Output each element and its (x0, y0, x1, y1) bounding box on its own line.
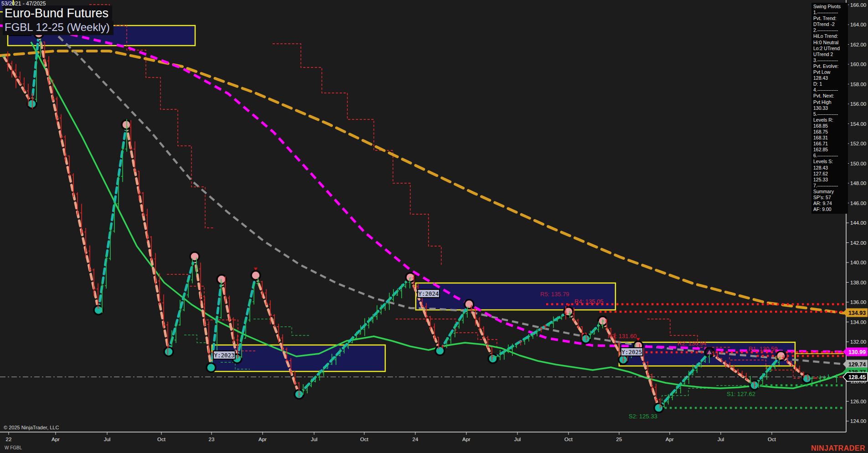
year-range-box (416, 283, 615, 310)
price-tick-label: 134.00 (850, 319, 866, 325)
swing-low-marker (94, 305, 103, 314)
ninjatrader-logo: NINJATRADER (811, 444, 865, 453)
time-tick-label: 22 (6, 437, 12, 442)
swing-high-marker (217, 275, 226, 284)
panel-line: Summary (813, 189, 848, 195)
price-tick-label: 158.00 (850, 82, 866, 87)
time-tick-label: 23 (209, 437, 215, 442)
ninjatrader-chart-window: R5: 135.79R4: 135.05R3: 131.60R2: 130.94… (0, 0, 868, 453)
panel-line: 168.85 (813, 123, 848, 129)
swing-low-marker (164, 347, 173, 356)
price-tick-label: 126.00 (850, 399, 866, 404)
price-tick-label: 138.00 (850, 280, 866, 285)
price-tick-label: 132.00 (850, 339, 866, 345)
ma-gold-dashed (0, 51, 844, 313)
swing-low-marker (207, 363, 216, 372)
time-tick-label: 25 (616, 437, 622, 442)
panel-line: 130.33 (813, 105, 848, 111)
ohlc-bar (499, 350, 501, 360)
ohlc-bar (142, 192, 145, 216)
time-tick-label: Apr (462, 437, 470, 442)
swing-high-marker (251, 271, 260, 280)
swing-low-marker (654, 403, 663, 412)
instrument-title-block: Euro-Bund Futures FGBL 12-25 (Weekly) (3, 5, 114, 35)
ohlc-bar (815, 377, 817, 379)
year-chip-label: Y:2023 (214, 352, 234, 359)
price-tag-128.45: 128.45 (843, 373, 868, 381)
time-tick-label: Oct (157, 437, 166, 442)
panel-line: Pvt. Next: (813, 93, 848, 99)
panel-line: 2.------------- (813, 27, 848, 33)
stop-step-line-red (273, 44, 441, 266)
time-tick-label: Jul (514, 437, 521, 442)
series-symbol-label: W FGBL (5, 445, 22, 450)
panel-line: 6.------------- (813, 153, 848, 159)
swing-high-marker (406, 273, 415, 282)
time-axis-drag-area[interactable] (0, 432, 868, 446)
contract-period-label: FGBL 12-25 (Weekly) (3, 21, 114, 35)
ma-green-solid (31, 42, 844, 388)
year-chip-label: Y:2025 (621, 349, 642, 355)
panel-line: 127.62 (813, 171, 848, 177)
panel-line: Lo:2 UTrend (813, 46, 848, 51)
price-tick-label: 160.00 (850, 62, 866, 67)
panel-line: 4.------------- (813, 87, 848, 93)
price-tick-label: 144.00 (850, 220, 866, 226)
panel-line: DTrend -2 (813, 21, 848, 27)
panel-line: UTrend 2 (813, 51, 848, 57)
stop-step-line-green (253, 319, 310, 335)
ohlc-bar (827, 375, 830, 378)
price-tag-134.93: 134.93 (843, 309, 868, 317)
pivot-level-label-F0: F0 (775, 355, 781, 361)
time-tick-label: Oct (564, 437, 573, 442)
panel-line: SP's: 57 (813, 195, 848, 201)
pivot-level-label-R5: R5: 135.79 (540, 291, 569, 298)
panel-line: 166.71 (813, 141, 848, 147)
swing-low-marker (581, 334, 590, 343)
swing-high-marker (190, 252, 199, 261)
pivot-alert-arrow (254, 268, 258, 270)
panel-line: 168.75 (813, 129, 848, 135)
swing-high-marker (122, 120, 131, 129)
pivot-level-label-S1: S1: 127.62 (727, 391, 755, 397)
time-tick-label: Apr (258, 437, 267, 442)
date-range-label: 53/2021 - 47/2025 (1, 0, 46, 7)
panel-line: 168.31 (813, 135, 848, 141)
swing-high-marker (465, 300, 474, 309)
panel-line: 5.------------- (813, 111, 848, 117)
price-tag-value: 130.99 (848, 349, 866, 355)
price-tag-value: 128.45 (848, 374, 866, 381)
time-tick-label: Jul (718, 437, 724, 442)
pivot-level-label-R3: R3: 131.60 (608, 333, 637, 340)
panel-line: D: 1 (813, 81, 848, 87)
pivot-level-label-R4: R4: 135.05 (574, 298, 604, 305)
price-tick-label: 148.00 (850, 180, 866, 186)
time-tick-label: Jul (104, 437, 111, 442)
panel-line: 162.85 (813, 147, 848, 153)
pivot-alert-arrow (636, 338, 640, 341)
panel-line: Pvt. Evolve: (813, 63, 848, 69)
ohlc-bar (560, 315, 563, 320)
panel-line: 7.------------- (813, 183, 848, 189)
time-tick-label: Apr (666, 437, 674, 442)
price-tick-label: 142.00 (850, 240, 866, 246)
panel-line: 128.43 (813, 165, 848, 171)
panel-line: Hi:0 Neutral (813, 40, 848, 46)
pivot-level-label-S2: S2: 125.33 (629, 413, 657, 420)
price-tick-label: 156.00 (850, 101, 866, 107)
panel-line: Levels S: (813, 159, 848, 165)
panel-line: Pvt Low (813, 69, 848, 75)
time-tick-label: Oct (768, 437, 776, 442)
ohlc-bar (839, 376, 842, 377)
time-tick-label: Apr (52, 437, 60, 442)
price-tag-value: 134.93 (848, 310, 866, 316)
panel-line: Pvt High (813, 99, 848, 105)
time-tick-label: Oct (360, 437, 369, 442)
panel-line: Swing Pivots (813, 4, 848, 10)
pivot-level-label-R1: R1: 130.59 (749, 345, 778, 352)
swing-low-marker (27, 99, 36, 108)
price-tick-label: 150.00 (850, 161, 866, 166)
stop-step-line-green (184, 335, 206, 343)
price-chart-canvas[interactable]: R5: 135.79R4: 135.05R3: 131.60R2: 130.94… (0, 0, 868, 453)
price-tag-130.99: 130.99 (843, 348, 868, 356)
